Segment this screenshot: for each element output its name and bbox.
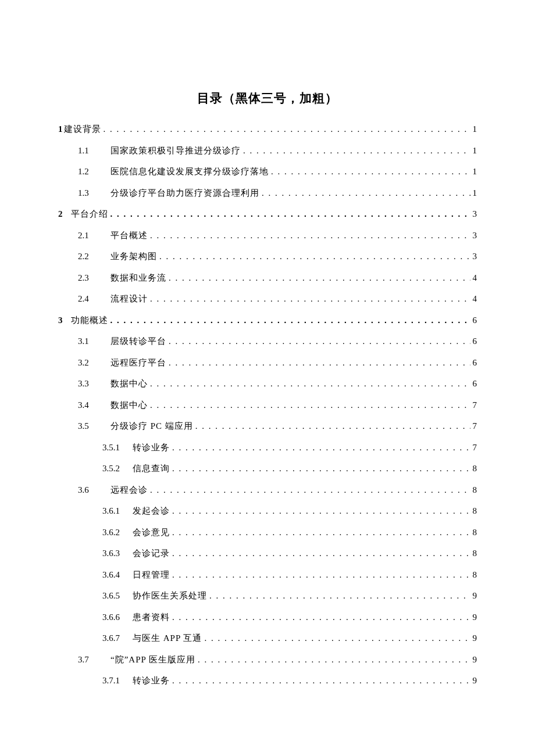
- toc-leader-dots: . . . . . . . . . . . . . . . . . . . . …: [271, 167, 470, 176]
- toc-entry-text: 会诊记录: [133, 549, 170, 558]
- toc-leader-dots: . . . . . . . . . . . . . . . . . . . . …: [169, 359, 470, 367]
- toc-entry: 2.3数据和业务流. . . . . . . . . . . . . . . .…: [58, 274, 477, 282]
- toc-entry-number: 3.2: [78, 359, 106, 367]
- toc-entry: 3.6.1发起会诊. . . . . . . . . . . . . . . .…: [58, 507, 477, 515]
- toc-entry-text: 平台介绍: [71, 210, 108, 218]
- toc-leader-dots: . . . . . . . . . . . . . . . . . . . . …: [110, 316, 470, 325]
- toc-entry-number: 2: [58, 210, 63, 218]
- toc-entry-page: 8: [473, 571, 477, 579]
- toc-entry-text: 业务架构图: [110, 252, 157, 261]
- toc-entry-text: 分级诊疗平台助力医疗资源合理利用: [110, 189, 259, 198]
- toc-entry-number: 3.5: [78, 422, 106, 431]
- toc-leader-dots: . . . . . . . . . . . . . . . . . . . . …: [172, 549, 470, 558]
- toc-leader-dots: . . . . . . . . . . . . . . . . . . . . …: [150, 401, 470, 410]
- toc-entry-number: 2.3: [78, 274, 106, 282]
- toc-leader-dots: . . . . . . . . . . . . . . . . . . . . …: [169, 274, 470, 282]
- toc-entry-number: 2.1: [78, 231, 106, 240]
- toc-entry: 3.4数据中心. . . . . . . . . . . . . . . . .…: [58, 401, 477, 410]
- toc-entry: 1建设背景. . . . . . . . . . . . . . . . . .…: [58, 125, 477, 134]
- toc-entry-text: 平台概述: [110, 231, 148, 240]
- toc-entry-number: 3: [58, 316, 63, 325]
- toc-entry-text: 层级转诊平台: [110, 337, 166, 346]
- toc-entry-text: 数据和业务流: [110, 274, 166, 282]
- toc-entry-number: 3.7.1: [102, 676, 128, 685]
- toc-entry-page: 6: [473, 379, 477, 388]
- toc-leader-dots: . . . . . . . . . . . . . . . . . . . . …: [169, 337, 470, 346]
- toc-leader-dots: . . . . . . . . . . . . . . . . . . . . …: [159, 252, 470, 261]
- toc-entry-text: 信息查询: [133, 464, 170, 473]
- toc-entry-text: 发起会诊: [133, 507, 170, 515]
- toc-leader-dots: . . . . . . . . . . . . . . . . . . . . …: [172, 613, 470, 622]
- toc-entry-page: 7: [473, 401, 477, 410]
- toc-entry-page: 6: [473, 337, 477, 346]
- toc-entry-number: 3.6: [78, 486, 106, 495]
- toc-leader-dots: . . . . . . . . . . . . . . . . . . . . …: [204, 634, 470, 643]
- toc-entry-text: 协作医生关系处理: [133, 592, 207, 600]
- toc-entry-text: 日程管理: [133, 571, 170, 579]
- toc-entry-page: 9: [473, 655, 477, 664]
- toc-entry-text: 功能概述: [71, 316, 108, 325]
- toc-leader-dots: . . . . . . . . . . . . . . . . . . . . …: [150, 231, 470, 240]
- toc-entry-number: 3.6.3: [102, 549, 128, 558]
- toc-entry-text: 流程设计: [110, 295, 148, 303]
- toc-entry-number: 3.6.2: [102, 528, 128, 537]
- toc-entry: 1.2医院信息化建设发展支撑分级诊疗落地. . . . . . . . . . …: [58, 167, 477, 176]
- toc-entry-number: 1.3: [78, 189, 106, 198]
- toc-entry: 3.6.2会诊意见. . . . . . . . . . . . . . . .…: [58, 528, 477, 537]
- toc-list: 1建设背景. . . . . . . . . . . . . . . . . .…: [58, 125, 477, 685]
- toc-leader-dots: . . . . . . . . . . . . . . . . . . . . …: [172, 571, 470, 579]
- toc-entry-page: 9: [473, 634, 477, 643]
- toc-entry-page: 1: [473, 146, 477, 155]
- toc-entry: 3.6.5协作医生关系处理. . . . . . . . . . . . . .…: [58, 592, 477, 600]
- toc-entry: 2.1平台概述. . . . . . . . . . . . . . . . .…: [58, 231, 477, 240]
- toc-entry-text: 国家政策积极引导推进分级诊疗: [110, 146, 241, 155]
- toc-entry: 3.6远程会诊. . . . . . . . . . . . . . . . .…: [58, 486, 477, 495]
- toc-leader-dots: . . . . . . . . . . . . . . . . . . . . …: [172, 507, 470, 515]
- toc-entry: 1.3分级诊疗平台助力医疗资源合理利用. . . . . . . . . . .…: [58, 189, 477, 198]
- toc-entry-text: 远程会诊: [110, 486, 148, 495]
- toc-leader-dots: . . . . . . . . . . . . . . . . . . . . …: [150, 379, 470, 388]
- toc-entry: 3.3数据中心. . . . . . . . . . . . . . . . .…: [58, 379, 477, 388]
- toc-entry-page: 8: [473, 549, 477, 558]
- toc-entry-page: 7: [473, 422, 477, 431]
- toc-entry-page: 9: [473, 613, 477, 622]
- toc-entry-page: 3: [473, 210, 477, 218]
- toc-entry-text: 患者资料: [133, 613, 170, 622]
- toc-entry-page: 6: [473, 359, 477, 367]
- toc-entry-text: 与医生 APP 互通: [133, 634, 202, 643]
- toc-entry-page: 7: [473, 443, 477, 452]
- toc-title: 目录（黑体三号，加粗）: [58, 90, 477, 106]
- toc-entry-page: 9: [473, 676, 477, 685]
- toc-leader-dots: . . . . . . . . . . . . . . . . . . . . …: [262, 189, 470, 198]
- toc-entry-page: 3: [473, 231, 477, 240]
- toc-entry: 3.1层级转诊平台. . . . . . . . . . . . . . . .…: [58, 337, 477, 346]
- toc-entry-page: 1: [473, 189, 477, 198]
- toc-entry-text: 数据中心: [110, 379, 148, 388]
- toc-entry-text: 会诊意见: [133, 528, 170, 537]
- toc-entry-number: 1.1: [78, 146, 106, 155]
- toc-entry-page: 9: [473, 592, 477, 600]
- toc-leader-dots: . . . . . . . . . . . . . . . . . . . . …: [150, 486, 470, 495]
- toc-entry-number: 1: [58, 125, 63, 134]
- toc-entry-text: 转诊业务: [133, 443, 170, 452]
- toc-entry-number: 3.6.5: [102, 592, 128, 600]
- toc-entry-page: 4: [473, 295, 477, 303]
- toc-leader-dots: . . . . . . . . . . . . . . . . . . . . …: [198, 655, 470, 664]
- toc-leader-dots: . . . . . . . . . . . . . . . . . . . . …: [243, 146, 470, 155]
- toc-entry-text: 分级诊疗 PC 端应用: [110, 422, 193, 431]
- toc-entry-page: 4: [473, 274, 477, 282]
- toc-leader-dots: . . . . . . . . . . . . . . . . . . . . …: [172, 676, 470, 685]
- toc-entry-page: 1: [473, 167, 477, 176]
- toc-entry: 2.2业务架构图. . . . . . . . . . . . . . . . …: [58, 252, 477, 261]
- toc-entry-number: 3.5.2: [102, 464, 128, 473]
- toc-entry-text: “院”APP 医生版应用: [110, 655, 195, 664]
- toc-leader-dots: . . . . . . . . . . . . . . . . . . . . …: [150, 295, 470, 303]
- toc-entry-page: 8: [473, 507, 477, 515]
- toc-entry-text: 数据中心: [110, 401, 148, 410]
- toc-entry-number: 2.2: [78, 252, 106, 261]
- toc-entry-text: 医院信息化建设发展支撑分级诊疗落地: [110, 167, 269, 176]
- toc-entry: 2平台介绍. . . . . . . . . . . . . . . . . .…: [58, 210, 477, 218]
- toc-leader-dots: . . . . . . . . . . . . . . . . . . . . …: [104, 125, 470, 134]
- toc-entry-text: 建设背景: [64, 125, 101, 134]
- toc-entry-number: 2.4: [78, 295, 106, 303]
